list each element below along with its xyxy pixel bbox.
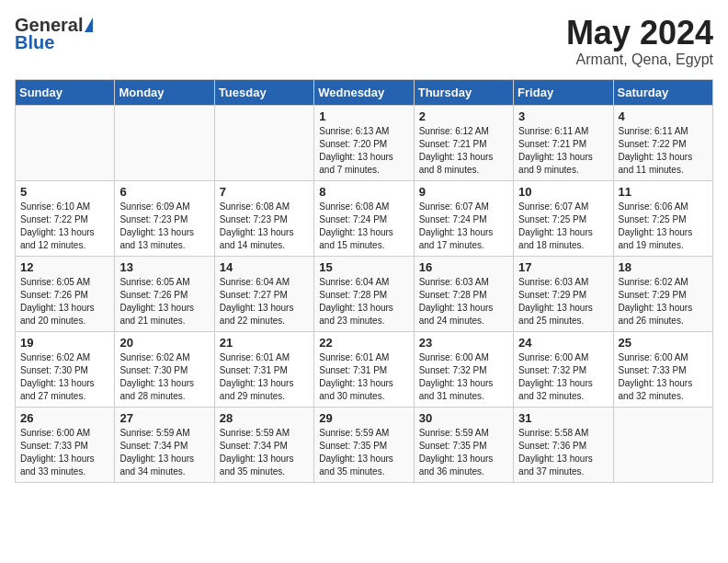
calendar-week-5: 26Sunrise: 6:00 AM Sunset: 7:33 PM Dayli… — [16, 407, 713, 482]
day-number: 23 — [419, 336, 508, 350]
calendar-cell: 1Sunrise: 6:13 AM Sunset: 7:20 PM Daylig… — [314, 105, 414, 180]
logo-triangle-icon — [85, 17, 93, 32]
day-number: 12 — [20, 260, 109, 274]
day-number: 16 — [419, 260, 508, 274]
cell-info: Sunrise: 6:03 AM Sunset: 7:29 PM Dayligh… — [518, 276, 608, 327]
day-number: 1 — [319, 109, 408, 123]
logo-blue-text: Blue — [15, 32, 54, 53]
cell-info: Sunrise: 6:02 AM Sunset: 7:30 PM Dayligh… — [20, 351, 109, 403]
calendar-week-1: 1Sunrise: 6:13 AM Sunset: 7:20 PM Daylig… — [16, 105, 713, 180]
cell-info: Sunrise: 5:58 AM Sunset: 7:36 PM Dayligh… — [518, 427, 608, 478]
cell-info: Sunrise: 6:04 AM Sunset: 7:28 PM Dayligh… — [319, 276, 408, 327]
calendar-cell: 23Sunrise: 6:00 AM Sunset: 7:32 PM Dayli… — [414, 331, 513, 407]
day-number: 21 — [220, 336, 309, 350]
day-number: 13 — [119, 260, 209, 274]
calendar-cell: 12Sunrise: 6:05 AM Sunset: 7:26 PM Dayli… — [16, 256, 115, 331]
calendar-cell: 30Sunrise: 5:59 AM Sunset: 7:35 PM Dayli… — [414, 407, 513, 482]
cell-info: Sunrise: 6:05 AM Sunset: 7:26 PM Dayligh… — [20, 276, 109, 327]
day-number: 8 — [319, 185, 408, 199]
calendar-cell: 19Sunrise: 6:02 AM Sunset: 7:30 PM Dayli… — [16, 331, 115, 407]
calendar-cell: 3Sunrise: 6:11 AM Sunset: 7:21 PM Daylig… — [514, 105, 613, 180]
cell-info: Sunrise: 6:02 AM Sunset: 7:29 PM Dayligh… — [619, 276, 708, 327]
calendar-cell: 29Sunrise: 5:59 AM Sunset: 7:35 PM Dayli… — [314, 407, 414, 482]
day-number: 20 — [119, 336, 209, 350]
calendar-cell: 7Sunrise: 6:08 AM Sunset: 7:23 PM Daylig… — [214, 180, 313, 256]
cell-info: Sunrise: 6:00 AM Sunset: 7:32 PM Dayligh… — [419, 351, 508, 403]
calendar-cell: 25Sunrise: 6:00 AM Sunset: 7:33 PM Dayli… — [613, 331, 712, 407]
cell-info: Sunrise: 6:12 AM Sunset: 7:21 PM Dayligh… — [419, 125, 508, 177]
day-number: 27 — [119, 411, 209, 425]
weekday-header-thursday: Thursday — [414, 79, 513, 105]
day-number: 5 — [20, 185, 109, 199]
cell-info: Sunrise: 6:01 AM Sunset: 7:31 PM Dayligh… — [220, 351, 309, 403]
weekday-header-sunday: Sunday — [16, 79, 115, 105]
cell-info: Sunrise: 5:59 AM Sunset: 7:35 PM Dayligh… — [319, 427, 408, 478]
weekday-header-saturday: Saturday — [613, 79, 712, 105]
calendar-cell: 10Sunrise: 6:07 AM Sunset: 7:25 PM Dayli… — [514, 180, 613, 256]
weekday-header-monday: Monday — [115, 79, 214, 105]
day-number: 7 — [220, 185, 309, 199]
cell-info: Sunrise: 6:08 AM Sunset: 7:24 PM Dayligh… — [319, 201, 408, 252]
cell-info: Sunrise: 6:06 AM Sunset: 7:25 PM Dayligh… — [619, 201, 708, 252]
cell-info: Sunrise: 6:11 AM Sunset: 7:22 PM Dayligh… — [619, 125, 708, 177]
cell-info: Sunrise: 6:13 AM Sunset: 7:20 PM Dayligh… — [319, 125, 408, 177]
cell-info: Sunrise: 6:02 AM Sunset: 7:30 PM Dayligh… — [119, 351, 209, 403]
calendar-cell: 11Sunrise: 6:06 AM Sunset: 7:25 PM Dayli… — [613, 180, 712, 256]
calendar-cell: 28Sunrise: 5:59 AM Sunset: 7:34 PM Dayli… — [214, 407, 313, 482]
calendar-week-3: 12Sunrise: 6:05 AM Sunset: 7:26 PM Dayli… — [16, 256, 713, 331]
cell-info: Sunrise: 5:59 AM Sunset: 7:34 PM Dayligh… — [119, 427, 209, 478]
calendar-cell: 9Sunrise: 6:07 AM Sunset: 7:24 PM Daylig… — [414, 180, 513, 256]
day-number: 2 — [419, 109, 508, 123]
day-number: 4 — [619, 109, 708, 123]
cell-info: Sunrise: 6:04 AM Sunset: 7:27 PM Dayligh… — [220, 276, 309, 327]
weekday-header-tuesday: Tuesday — [214, 79, 313, 105]
calendar-cell: 17Sunrise: 6:03 AM Sunset: 7:29 PM Dayli… — [514, 256, 613, 331]
day-number: 28 — [220, 411, 309, 425]
cell-info: Sunrise: 5:59 AM Sunset: 7:34 PM Dayligh… — [220, 427, 309, 478]
day-number: 14 — [220, 260, 309, 274]
calendar-cell: 13Sunrise: 6:05 AM Sunset: 7:26 PM Dayli… — [115, 256, 214, 331]
calendar-cell: 6Sunrise: 6:09 AM Sunset: 7:23 PM Daylig… — [115, 180, 214, 256]
calendar-cell: 27Sunrise: 5:59 AM Sunset: 7:34 PM Dayli… — [115, 407, 214, 482]
day-number: 19 — [20, 336, 109, 350]
day-number: 17 — [518, 260, 608, 274]
calendar-cell: 8Sunrise: 6:08 AM Sunset: 7:24 PM Daylig… — [314, 180, 414, 256]
logo: General Blue — [15, 15, 93, 53]
location-subtitle: Armant, Qena, Egypt — [566, 52, 713, 68]
day-number: 9 — [419, 185, 508, 199]
calendar-cell: 31Sunrise: 5:58 AM Sunset: 7:36 PM Dayli… — [514, 407, 613, 482]
cell-info: Sunrise: 6:07 AM Sunset: 7:25 PM Dayligh… — [518, 201, 608, 252]
calendar-week-2: 5Sunrise: 6:10 AM Sunset: 7:22 PM Daylig… — [16, 180, 713, 256]
calendar-table: SundayMondayTuesdayWednesdayThursdayFrid… — [15, 79, 713, 483]
cell-info: Sunrise: 6:11 AM Sunset: 7:21 PM Dayligh… — [518, 125, 608, 177]
day-number: 25 — [619, 336, 708, 350]
cell-info: Sunrise: 6:10 AM Sunset: 7:22 PM Dayligh… — [20, 201, 109, 252]
day-number: 15 — [319, 260, 408, 274]
calendar-cell — [214, 105, 313, 180]
calendar-cell: 24Sunrise: 6:00 AM Sunset: 7:32 PM Dayli… — [514, 331, 613, 407]
cell-info: Sunrise: 6:07 AM Sunset: 7:24 PM Dayligh… — [419, 201, 508, 252]
cell-info: Sunrise: 6:00 AM Sunset: 7:33 PM Dayligh… — [20, 427, 109, 478]
title-block: May 2024 Armant, Qena, Egypt — [566, 15, 713, 68]
weekday-header-friday: Friday — [514, 79, 613, 105]
cell-info: Sunrise: 5:59 AM Sunset: 7:35 PM Dayligh… — [419, 427, 508, 478]
day-number: 26 — [20, 411, 109, 425]
cell-info: Sunrise: 6:05 AM Sunset: 7:26 PM Dayligh… — [119, 276, 209, 327]
calendar-cell: 22Sunrise: 6:01 AM Sunset: 7:31 PM Dayli… — [314, 331, 414, 407]
day-number: 10 — [518, 185, 608, 199]
day-number: 29 — [319, 411, 408, 425]
calendar-week-4: 19Sunrise: 6:02 AM Sunset: 7:30 PM Dayli… — [16, 331, 713, 407]
calendar-cell: 4Sunrise: 6:11 AM Sunset: 7:22 PM Daylig… — [613, 105, 712, 180]
calendar-cell: 2Sunrise: 6:12 AM Sunset: 7:21 PM Daylig… — [414, 105, 513, 180]
day-number: 31 — [518, 411, 608, 425]
weekday-header-wednesday: Wednesday — [314, 79, 414, 105]
calendar-cell: 15Sunrise: 6:04 AM Sunset: 7:28 PM Dayli… — [314, 256, 414, 331]
calendar-cell — [16, 105, 115, 180]
day-number: 18 — [619, 260, 708, 274]
day-number: 11 — [619, 185, 708, 199]
calendar-cell: 14Sunrise: 6:04 AM Sunset: 7:27 PM Dayli… — [214, 256, 313, 331]
calendar-cell: 20Sunrise: 6:02 AM Sunset: 7:30 PM Dayli… — [115, 331, 214, 407]
cell-info: Sunrise: 6:03 AM Sunset: 7:28 PM Dayligh… — [419, 276, 508, 327]
calendar-cell: 16Sunrise: 6:03 AM Sunset: 7:28 PM Dayli… — [414, 256, 513, 331]
cell-info: Sunrise: 6:08 AM Sunset: 7:23 PM Dayligh… — [220, 201, 309, 252]
